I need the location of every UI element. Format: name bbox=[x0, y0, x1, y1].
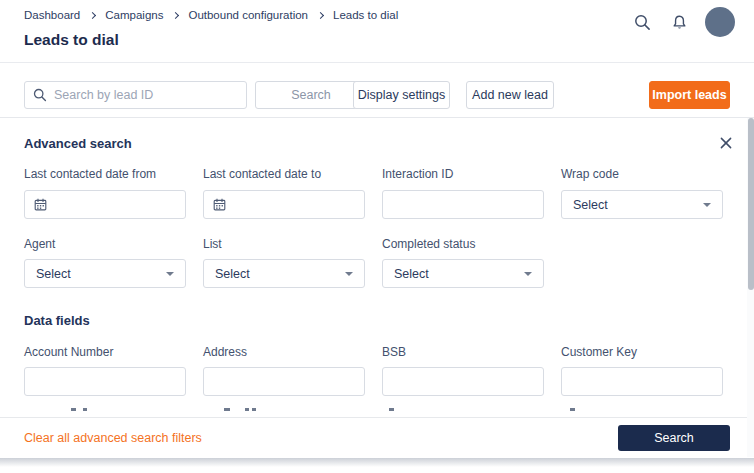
add-new-lead-button[interactable]: Add new lead bbox=[466, 81, 554, 109]
label-list: List bbox=[203, 237, 365, 251]
chevron-right-icon bbox=[89, 11, 96, 18]
label-account-number: Account Number bbox=[24, 345, 186, 359]
bsb-input[interactable] bbox=[382, 367, 544, 396]
clipped-label-remnant bbox=[83, 408, 87, 411]
clipped-label-remnant bbox=[71, 408, 76, 411]
customer-key-input[interactable] bbox=[561, 367, 723, 396]
advanced-search-panel: Advanced search Last contacted date from… bbox=[0, 117, 754, 457]
caret-down-icon bbox=[524, 272, 532, 276]
label-wrap-code: Wrap code bbox=[561, 167, 723, 181]
caret-down-icon bbox=[703, 203, 711, 207]
label-agent: Agent bbox=[24, 237, 186, 251]
agent-select[interactable]: Select bbox=[24, 259, 186, 288]
last-contacted-date-from-input[interactable] bbox=[24, 190, 186, 219]
magnifier-icon bbox=[634, 14, 651, 31]
lead-search-field[interactable] bbox=[24, 81, 247, 109]
wrap-code-select[interactable]: Select bbox=[561, 190, 723, 219]
panel-scrollbar-thumb[interactable] bbox=[748, 118, 754, 290]
account-number-input[interactable] bbox=[24, 367, 186, 396]
label-last-contacted-date-from: Last contacted date from bbox=[24, 167, 186, 181]
interaction-id-value[interactable] bbox=[392, 198, 534, 212]
breadcrumb-item-campaigns[interactable]: Campaigns bbox=[105, 9, 163, 21]
advanced-search-footer: Clear all advanced search filters Search bbox=[0, 417, 754, 458]
list-select[interactable]: Select bbox=[203, 259, 365, 288]
bsb-value[interactable] bbox=[392, 375, 534, 389]
lead-search-input[interactable] bbox=[54, 88, 238, 102]
completed-status-value: Select bbox=[394, 267, 524, 281]
advanced-search-title: Advanced search bbox=[24, 136, 132, 151]
global-search-button[interactable] bbox=[631, 7, 653, 37]
breadcrumb-item-leads-to-dial: Leads to dial bbox=[333, 9, 398, 21]
import-leads-button[interactable]: Import leads bbox=[649, 81, 730, 109]
panel-bottom-shadow bbox=[0, 458, 754, 467]
breadcrumb-item-dashboard[interactable]: Dashboard bbox=[24, 9, 80, 21]
caret-down-icon bbox=[166, 272, 174, 276]
address-input[interactable] bbox=[203, 367, 365, 396]
chevron-right-icon bbox=[317, 11, 324, 18]
breadcrumb: Dashboard Campaigns Outbound configurati… bbox=[24, 9, 398, 21]
clipped-label-remnant bbox=[252, 408, 256, 411]
label-interaction-id: Interaction ID bbox=[382, 167, 544, 181]
label-customer-key: Customer Key bbox=[561, 345, 723, 359]
chevron-right-icon bbox=[172, 11, 179, 18]
label-bsb: BSB bbox=[382, 345, 544, 359]
label-last-contacted-date-to: Last contacted date to bbox=[203, 167, 365, 181]
header-divider bbox=[0, 62, 754, 63]
label-completed-status: Completed status bbox=[382, 237, 544, 251]
header-actions bbox=[631, 7, 735, 37]
calendar-icon bbox=[34, 198, 47, 211]
date-from-value[interactable] bbox=[54, 198, 176, 212]
clipped-label-remnant bbox=[224, 408, 230, 411]
advanced-search-submit-button[interactable]: Search bbox=[618, 425, 730, 451]
list-value: Select bbox=[215, 267, 345, 281]
bell-icon bbox=[671, 14, 688, 31]
lead-search-submit-button[interactable]: Search bbox=[255, 81, 367, 109]
calendar-icon bbox=[213, 198, 226, 211]
breadcrumb-item-outbound-configuration[interactable]: Outbound configuration bbox=[188, 9, 308, 21]
user-avatar[interactable] bbox=[705, 7, 735, 37]
clear-filters-link[interactable]: Clear all advanced search filters bbox=[24, 431, 202, 445]
address-value[interactable] bbox=[213, 375, 355, 389]
wrap-code-value: Select bbox=[573, 198, 703, 212]
last-contacted-date-to-input[interactable] bbox=[203, 190, 365, 219]
data-fields-title: Data fields bbox=[24, 313, 90, 328]
panel-scrollbar-track[interactable] bbox=[747, 118, 754, 457]
caret-down-icon bbox=[345, 272, 353, 276]
search-icon bbox=[33, 88, 47, 102]
close-icon bbox=[719, 136, 733, 150]
completed-status-select[interactable]: Select bbox=[382, 259, 544, 288]
account-number-value[interactable] bbox=[34, 375, 176, 389]
clipped-label-remnant bbox=[570, 408, 575, 411]
date-to-value[interactable] bbox=[233, 198, 355, 212]
notifications-button[interactable] bbox=[668, 7, 690, 37]
label-address: Address bbox=[203, 345, 365, 359]
interaction-id-input[interactable] bbox=[382, 190, 544, 219]
page-title: Leads to dial bbox=[24, 31, 119, 49]
customer-key-value[interactable] bbox=[571, 375, 713, 389]
display-settings-button[interactable]: Display settings bbox=[353, 81, 450, 109]
clipped-label-remnant bbox=[389, 408, 394, 411]
clipped-label-remnant bbox=[245, 408, 249, 411]
toolbar: Search Display settings Add new lead Imp… bbox=[24, 81, 730, 109]
agent-value: Select bbox=[36, 267, 166, 281]
close-advanced-search-button[interactable] bbox=[717, 134, 735, 152]
leads-to-dial-page: Dashboard Campaigns Outbound configurati… bbox=[0, 0, 754, 473]
